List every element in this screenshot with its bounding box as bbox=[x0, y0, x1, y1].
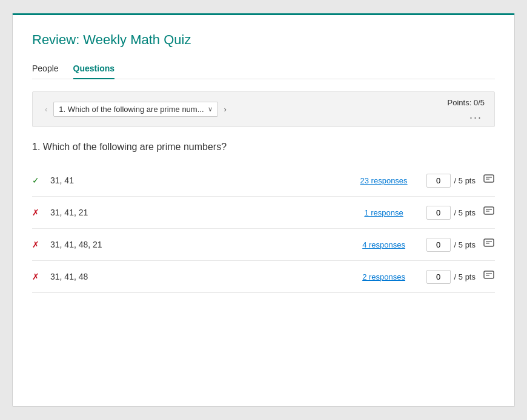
answers-list: ✓31, 4123 responses/ 5 pts ✗31, 41, 211 … bbox=[32, 165, 495, 293]
svg-rect-3 bbox=[484, 207, 494, 214]
score-input[interactable] bbox=[426, 174, 451, 188]
table-row: ✗31, 41, 48, 214 responses/ 5 pts bbox=[32, 229, 495, 261]
responses-link[interactable]: 2 responses bbox=[354, 272, 414, 281]
pts-label: / 5 pts bbox=[454, 208, 476, 217]
answer-text: 31, 41, 21 bbox=[49, 208, 354, 217]
score-input[interactable] bbox=[426, 206, 451, 220]
question-title: 1. Which of the following are prime numb… bbox=[32, 142, 495, 153]
svg-rect-9 bbox=[484, 271, 494, 278]
tab-people[interactable]: People bbox=[32, 59, 59, 79]
correct-icon: ✓ bbox=[32, 176, 49, 185]
tab-questions[interactable]: Questions bbox=[73, 59, 114, 79]
score-input-group: / 5 pts bbox=[426, 174, 476, 188]
more-options-button[interactable]: ... bbox=[467, 110, 485, 120]
answer-text: 31, 41 bbox=[49, 176, 354, 185]
responses-link[interactable]: 1 response bbox=[354, 208, 414, 217]
comment-button[interactable] bbox=[483, 237, 495, 252]
points-label: Points: 0/5 bbox=[448, 98, 485, 107]
table-row: ✓31, 4123 responses/ 5 pts bbox=[32, 165, 495, 197]
comment-button[interactable] bbox=[483, 173, 495, 188]
score-input-group: / 5 pts bbox=[426, 206, 476, 220]
table-row: ✗31, 41, 211 response/ 5 pts bbox=[32, 197, 495, 229]
incorrect-icon: ✗ bbox=[32, 272, 49, 281]
score-input-group: / 5 pts bbox=[426, 238, 476, 252]
incorrect-icon: ✗ bbox=[32, 240, 49, 249]
question-dropdown[interactable]: 1. Which of the following are prime num.… bbox=[53, 102, 217, 117]
next-arrow[interactable]: › bbox=[222, 103, 229, 115]
question-nav-right: Points: 0/5 ... bbox=[448, 98, 485, 120]
page-title: Review: Weekly Math Quiz bbox=[32, 32, 495, 48]
svg-rect-6 bbox=[484, 239, 494, 246]
responses-link[interactable]: 4 responses bbox=[354, 240, 414, 249]
comment-button[interactable] bbox=[483, 205, 495, 220]
responses-link[interactable]: 23 responses bbox=[354, 176, 414, 185]
question-dropdown-text: 1. Which of the following are prime num.… bbox=[59, 105, 204, 114]
question-nav-bar: ‹ 1. Which of the following are prime nu… bbox=[32, 91, 495, 127]
pts-label: / 5 pts bbox=[454, 240, 476, 249]
answer-text: 31, 41, 48 bbox=[49, 272, 354, 281]
score-input-group: / 5 pts bbox=[426, 270, 476, 284]
answer-text: 31, 41, 48, 21 bbox=[49, 240, 354, 249]
question-nav-left: ‹ 1. Which of the following are prime nu… bbox=[42, 102, 229, 117]
score-input[interactable] bbox=[426, 270, 451, 284]
prev-arrow[interactable]: ‹ bbox=[42, 103, 50, 115]
incorrect-icon: ✗ bbox=[32, 208, 49, 217]
table-row: ✗31, 41, 482 responses/ 5 pts bbox=[32, 261, 495, 293]
svg-rect-0 bbox=[484, 175, 494, 182]
pts-label: / 5 pts bbox=[454, 176, 476, 185]
tab-bar: People Questions bbox=[32, 59, 495, 79]
score-input[interactable] bbox=[426, 238, 451, 252]
pts-label: / 5 pts bbox=[454, 272, 476, 281]
chevron-down-icon: ∨ bbox=[208, 105, 213, 113]
comment-button[interactable] bbox=[483, 269, 495, 284]
main-card: Review: Weekly Math Quiz People Question… bbox=[12, 13, 515, 407]
